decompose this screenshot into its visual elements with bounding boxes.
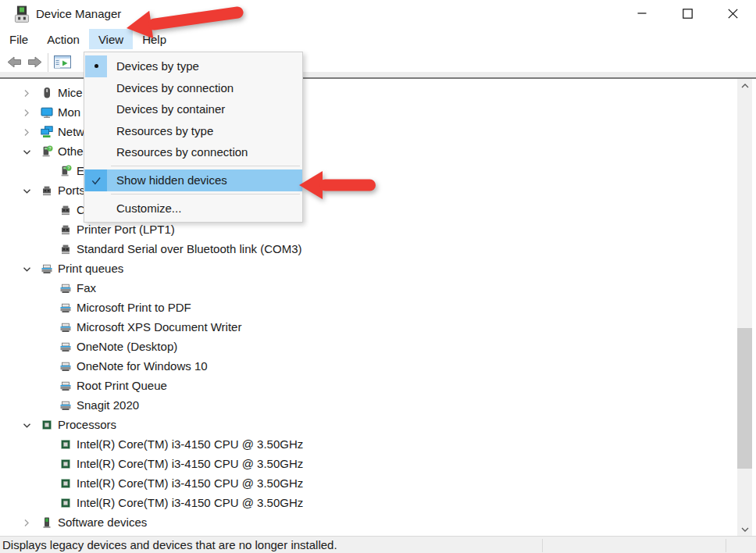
tree-row-label: Printer Port (LPT1): [77, 223, 175, 236]
tree-row-label: OneNote for Windows 10: [77, 360, 208, 373]
printer-device-icon: [41, 262, 53, 275]
tree-row-label: Print queues: [58, 262, 123, 275]
title-bar: Device Manager: [0, 0, 756, 28]
status-bar-divider: [542, 539, 543, 552]
tree-row-label: Mon: [58, 106, 80, 119]
scroll-down-button[interactable]: [737, 523, 752, 536]
menu-item-devices-by-connection[interactable]: Devices by connection: [84, 77, 302, 99]
menu-bar: FileActionViewHelp: [0, 28, 756, 50]
tree-row-fax[interactable]: Fax: [0, 278, 737, 298]
chevron-collapsed-icon[interactable]: [20, 516, 41, 529]
tree-row-intel-r-core-tm-i3-4150-cpu-3-50ghz[interactable]: Intel(R) Core(TM) i3-4150 CPU @ 3.50GHz: [0, 454, 737, 473]
chevron-expanded-icon[interactable]: [20, 184, 41, 197]
tree-row-label: Fax: [77, 282, 96, 294]
tree-row-onenote-desktop[interactable]: OneNote (Desktop): [0, 337, 737, 356]
tree-row-label: Netw: [58, 126, 84, 138]
menu-item-devices-by-type[interactable]: Devices by type: [84, 55, 302, 77]
tree-row-label: Software devices: [58, 516, 147, 529]
chevron-expanded-icon[interactable]: [20, 262, 41, 275]
tree-row-label: Processors: [58, 419, 116, 431]
chevron-down-icon: [741, 527, 749, 532]
device-manager-icon: [14, 5, 30, 23]
printer-device-icon: [59, 399, 72, 412]
scroll-up-button[interactable]: [737, 79, 752, 92]
tree-row-label: Intel(R) Core(TM) i3-4150 CPU @ 3.50GHz: [77, 477, 303, 490]
menu-item-label: Devices by connection: [116, 81, 234, 95]
checkmark-icon: [87, 172, 105, 189]
network-device-icon: [41, 126, 53, 138]
menu-item-label: Resources by connection: [116, 145, 248, 159]
tree-row-label: Othe: [58, 145, 84, 158]
tree-row-intel-r-core-tm-i3-4150-cpu-3-50ghz[interactable]: Intel(R) Core(TM) i3-4150 CPU @ 3.50GHz: [0, 434, 737, 454]
status-bar-divider: [726, 539, 726, 552]
console-tree-toggle-button[interactable]: [53, 54, 72, 70]
tree-row-label: Microsoft XPS Document Writer: [77, 321, 241, 334]
menu-separator: [84, 191, 302, 198]
tree-row-processors[interactable]: Processors: [0, 415, 737, 434]
status-bar: Displays legacy devices and devices that…: [0, 536, 756, 553]
forward-button[interactable]: [25, 54, 44, 70]
close-button[interactable]: [715, 0, 751, 27]
cpu-device-icon: [41, 419, 53, 431]
menu-item-label: Devices by container: [116, 102, 225, 116]
printer-device-icon: [59, 341, 72, 353]
tree-row-label: OneNote (Desktop): [77, 341, 177, 353]
minimize-button[interactable]: [624, 0, 660, 27]
back-button[interactable]: [5, 54, 23, 70]
menu-item-customize[interactable]: Customize...: [84, 198, 302, 219]
maximize-button[interactable]: [669, 0, 705, 27]
tree-row-label: Intel(R) Core(TM) i3-4150 CPU @ 3.50GHz: [77, 458, 303, 470]
menu-item-devices-by-container[interactable]: Devices by container: [84, 98, 302, 120]
port-device-icon: [59, 223, 72, 236]
menu-item-label: Show hidden devices: [116, 173, 227, 187]
tree-row-onenote-for-windows-10[interactable]: OneNote for Windows 10: [0, 356, 737, 376]
device-manager-window: Device Manager FileActionViewHelp: [0, 0, 756, 553]
scrollbar-thumb[interactable]: [737, 328, 752, 469]
menu-item-label: Resources by type: [116, 124, 213, 137]
menu-item-gutter: [85, 120, 107, 142]
chevron-up-icon: [741, 84, 749, 88]
chevron-collapsed-icon[interactable]: [20, 87, 41, 99]
menu-item-gutter: [85, 198, 107, 219]
radio-bullet-icon: [94, 64, 98, 68]
printer-device-icon: [59, 380, 72, 392]
port-device-icon: [59, 243, 72, 255]
tree-row-software-devices[interactable]: Software devices: [0, 512, 737, 532]
chevron-collapsed-icon[interactable]: [20, 106, 41, 119]
menubar-item-action[interactable]: Action: [37, 29, 89, 49]
menubar-item-help[interactable]: Help: [133, 29, 176, 49]
window-title: Device Manager: [36, 7, 121, 20]
menu-item-resources-by-type[interactable]: Resources by type: [84, 120, 302, 142]
cpu-device-icon: [59, 497, 72, 509]
tree-row-standard-serial-over-bluetooth-link-com3[interactable]: Standard Serial over Bluetooth link (COM…: [0, 239, 737, 259]
tree-row-root-print-queue[interactable]: Root Print Queue: [0, 376, 737, 395]
cpu-device-icon: [59, 477, 72, 490]
menubar-item-file[interactable]: File: [0, 29, 37, 49]
menu-item-gutter: [85, 169, 107, 191]
tree-row-microsoft-xps-document-writer[interactable]: Microsoft XPS Document Writer: [0, 317, 737, 337]
menu-item-label: Customize...: [116, 202, 181, 215]
software-device-icon: [41, 516, 53, 529]
close-icon: [728, 9, 738, 19]
chevron-expanded-icon[interactable]: [20, 145, 41, 158]
forward-arrow-icon: [27, 55, 42, 69]
tree-row-intel-r-core-tm-i3-4150-cpu-3-50ghz[interactable]: Intel(R) Core(TM) i3-4150 CPU @ 3.50GHz: [0, 493, 737, 512]
tree-row-microsoft-print-to-pdf[interactable]: Microsoft Print to PDF: [0, 298, 737, 317]
tree-row-label: Intel(R) Core(TM) i3-4150 CPU @ 3.50GHz: [77, 497, 303, 509]
tree-row-intel-r-core-tm-i3-4150-cpu-3-50ghz[interactable]: Intel(R) Core(TM) i3-4150 CPU @ 3.50GHz: [0, 473, 737, 493]
tree-row-label: Intel(R) Core(TM) i3-4150 CPU @ 3.50GHz: [77, 438, 303, 451]
vertical-scrollbar[interactable]: [737, 79, 752, 536]
tree-row-print-queues[interactable]: Print queues: [0, 259, 737, 278]
menu-item-show-hidden-devices[interactable]: Show hidden devices: [84, 169, 302, 191]
minimize-icon: [637, 9, 647, 18]
menubar-item-view[interactable]: View: [89, 29, 133, 49]
tree-row-label: Microsoft Print to PDF: [77, 301, 191, 314]
chevron-collapsed-icon[interactable]: [20, 126, 41, 138]
port-device-icon: [59, 204, 72, 216]
tree-row-snagit-2020[interactable]: Snagit 2020: [0, 395, 737, 415]
back-arrow-icon: [7, 55, 22, 69]
tree-row-label: Snagit 2020: [77, 399, 139, 412]
chevron-expanded-icon[interactable]: [20, 419, 41, 431]
menu-item-resources-by-connection[interactable]: Resources by connection: [84, 141, 302, 163]
menu-item-gutter: [85, 55, 107, 77]
